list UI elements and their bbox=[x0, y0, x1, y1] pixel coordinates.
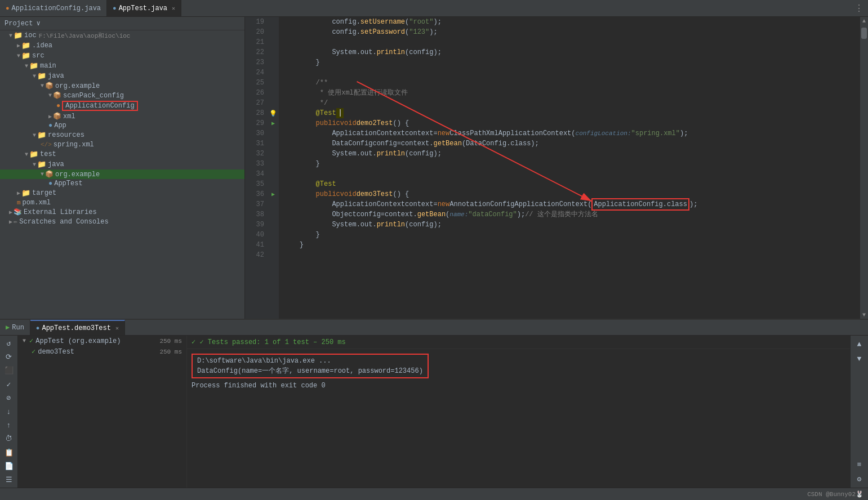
path-label: F:\File\Java\aop和ioc\ioc bbox=[39, 32, 131, 40]
java-icon: ● bbox=[48, 180, 52, 188]
scroll-thumb[interactable] bbox=[861, 28, 867, 39]
sidebar-item-main[interactable]: ▼ 📁 main bbox=[0, 61, 244, 71]
sidebar-item-applicationconfig[interactable]: ● ApplicationConfig bbox=[0, 100, 244, 111]
console-line-4: Process finished with exit code 0 bbox=[192, 381, 845, 391]
ln-32: 32 bbox=[245, 149, 264, 159]
scroll-up[interactable]: ▲ bbox=[860, 17, 868, 25]
arrow-icon: ▼ bbox=[33, 132, 36, 139]
wrap-lines-icon[interactable]: ≡ bbox=[853, 458, 866, 471]
gutter-19 bbox=[268, 17, 279, 27]
ln-33: 33 bbox=[245, 159, 264, 169]
arrow-icon: ▼ bbox=[25, 151, 28, 158]
item-label: org.example bbox=[55, 82, 100, 90]
method-label: demo3Test bbox=[38, 348, 74, 356]
sidebar-item-resources[interactable]: ▼ 📁 resources bbox=[0, 130, 244, 140]
sidebar-item-java-main[interactable]: ▼ 📁 java bbox=[0, 71, 244, 81]
code-line-28: @Test ▎ bbox=[283, 108, 860, 118]
ln-21: 21 bbox=[245, 37, 264, 47]
stop-icon[interactable]: ⬛ bbox=[3, 365, 15, 376]
run-icon: ▶ bbox=[6, 323, 10, 332]
code-line-27: */ bbox=[283, 98, 860, 108]
console-line-1: D:\software\Java\bin\java.exe ... bbox=[197, 356, 423, 366]
ln-29: 29 bbox=[245, 118, 264, 128]
sidebar-item-ioc[interactable]: ▼ 📁 ioc F:\File\Java\aop和ioc\ioc bbox=[0, 30, 244, 41]
gutter-42 bbox=[268, 250, 279, 260]
code-content[interactable]: config.setUsername("root"); config.setPa… bbox=[279, 17, 860, 319]
check-icon: ✓ bbox=[29, 337, 33, 345]
test-method-item[interactable]: ✓ demo3Test 250 ms bbox=[18, 346, 186, 357]
gutter-25 bbox=[268, 78, 279, 88]
package-icon: 📦 bbox=[53, 91, 61, 100]
code-line-19: config.setUsername("root"); bbox=[283, 17, 860, 27]
menu-icon[interactable]: ☰ bbox=[3, 474, 15, 485]
suite-time: 250 ms bbox=[159, 338, 182, 345]
sidebar-item-ext-lib[interactable]: ▶ 📚 External Libraries bbox=[0, 207, 244, 217]
test-suite-item[interactable]: ▼ ✓ AppTest (org.example) 250 ms bbox=[18, 336, 186, 346]
folder-icon: 📁 bbox=[21, 51, 30, 60]
sidebar-item-xml[interactable]: ▶ 📦 xml bbox=[0, 111, 244, 121]
tab-run[interactable]: ▶ Run bbox=[0, 320, 30, 335]
sidebar-item-spring-xml[interactable]: </> spring.xml bbox=[0, 140, 244, 149]
gutter-37 bbox=[268, 199, 279, 209]
sidebar-item-org-example[interactable]: ▼ 📦 org.example bbox=[0, 81, 244, 91]
item-label: spring.xml bbox=[54, 141, 94, 149]
folder-icon: 📁 bbox=[37, 72, 46, 81]
gutter-29: ▶ bbox=[268, 118, 279, 128]
sidebar-item-test[interactable]: ▼ 📁 test bbox=[0, 149, 244, 159]
tab-close-icon[interactable]: ✕ bbox=[172, 5, 175, 12]
rerun-icon[interactable]: ↺ bbox=[3, 338, 15, 349]
scroll-down-icon[interactable]: ▼ bbox=[853, 352, 866, 365]
sidebar-item-scanpack[interactable]: ▼ 📦 scanPack_config bbox=[0, 91, 244, 100]
project-label: Project bbox=[5, 20, 33, 28]
sidebar-item-scratches[interactable]: ▶ ✏ Scratches and Consoles bbox=[0, 217, 244, 226]
sidebar-item-app[interactable]: ● App bbox=[0, 121, 244, 130]
tab-close-icon[interactable]: ✕ bbox=[115, 325, 119, 332]
ln-28: 28 bbox=[245, 108, 264, 118]
copy-icon[interactable]: 📋 bbox=[3, 447, 15, 458]
arrow-icon: ▶ bbox=[17, 190, 20, 197]
time-icon[interactable]: ⏱ bbox=[3, 433, 15, 444]
sidebar-item-org-example2[interactable]: ▼ 📦 org.example bbox=[0, 169, 244, 179]
sidebar-item-apptest[interactable]: ● AppTest bbox=[0, 179, 244, 188]
tab-applicationconfig[interactable]: ● ApplicationConfig.java bbox=[0, 0, 107, 16]
gear-icon[interactable]: ⚙ bbox=[853, 473, 866, 485]
more-tabs-icon[interactable]: ⋮ bbox=[854, 3, 868, 14]
sort-down-icon[interactable]: ↓ bbox=[3, 406, 15, 417]
ln-42: 42 bbox=[245, 250, 264, 260]
scroll-down[interactable]: ▼ bbox=[860, 311, 868, 319]
scroll-up-icon[interactable]: ▲ bbox=[853, 338, 866, 350]
rerun-failed-icon[interactable]: ⟳ bbox=[3, 351, 15, 363]
code-line-35: @Test bbox=[283, 179, 860, 189]
sidebar-header[interactable]: Project ∨ bbox=[0, 17, 244, 30]
tab-demo3test[interactable]: ● AppTest.demo3Test ✕ bbox=[30, 320, 125, 335]
ln-22: 22 bbox=[245, 47, 264, 57]
right-scrollbar[interactable]: ▲ ▼ bbox=[860, 17, 868, 319]
tab-apptest[interactable]: ● AppTest.java ✕ bbox=[107, 0, 181, 16]
code-editor-inner: 19 20 21 22 23 24 25 26 27 28 29 30 31 3… bbox=[245, 17, 860, 319]
folder-icon: 📁 bbox=[21, 41, 30, 50]
sidebar-item-src[interactable]: ▼ 📁 src bbox=[0, 51, 244, 61]
arrow-icon: ▼ bbox=[33, 73, 36, 79]
console-line-2: DataConfig(name=一个名字, username=root, pas… bbox=[197, 366, 423, 376]
check-icon[interactable]: ✓ bbox=[3, 379, 15, 390]
item-label: xml bbox=[63, 113, 75, 120]
arrow-icon: ▶ bbox=[17, 42, 20, 49]
ln-34: 34 bbox=[245, 169, 264, 179]
sort-up-icon[interactable]: ↑ bbox=[3, 419, 15, 431]
item-label: AppTest bbox=[54, 180, 82, 188]
folder-icon: 📁 bbox=[29, 150, 38, 159]
java-icon: ● bbox=[56, 102, 60, 110]
code-line-26: * 使用xml配置进行读取文件 bbox=[283, 88, 860, 98]
code-line-23: } bbox=[283, 57, 860, 68]
export-icon[interactable]: 📄 bbox=[3, 461, 15, 472]
right-vertical-bar: ▲ ▼ ≡ ⚙ bbox=[850, 336, 868, 488]
gutter-26 bbox=[268, 88, 279, 98]
sidebar-item-pom[interactable]: m pom.xml bbox=[0, 198, 244, 207]
exclude-icon[interactable]: ⊘ bbox=[3, 392, 15, 404]
sidebar-item-target[interactable]: ▶ 📁 target bbox=[0, 188, 244, 198]
code-line-30: ApplicationContext context = new ClassPa… bbox=[283, 128, 860, 139]
sidebar-item-java-test[interactable]: ▼ 📁 java bbox=[0, 159, 244, 169]
item-label: scanPack_config bbox=[63, 92, 124, 100]
sidebar-item-idea[interactable]: ▶ 📁 .idea bbox=[0, 41, 244, 51]
item-label: ApplicationConfig bbox=[62, 101, 137, 111]
